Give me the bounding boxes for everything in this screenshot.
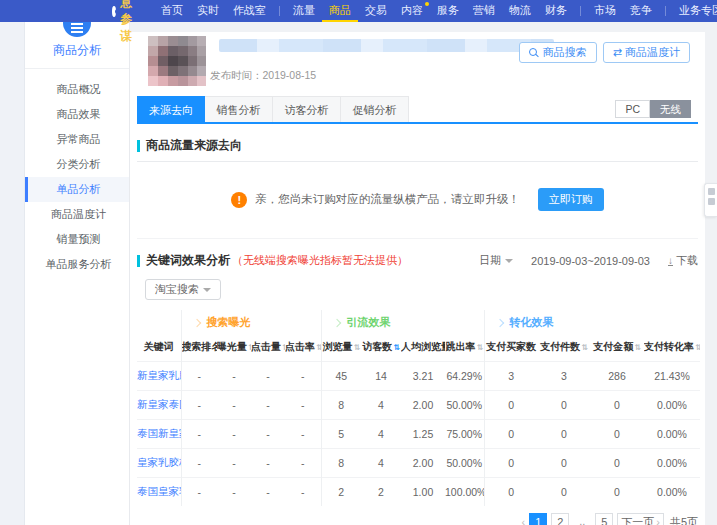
product-search-button[interactable]: 商品搜索 bbox=[519, 42, 597, 63]
col-header-3[interactable]: 点击量⇅ bbox=[251, 334, 285, 361]
col-header-4[interactable]: 点击率⇅ bbox=[285, 334, 321, 361]
top-nav: 生意参谋 首页实时作战室流量商品交易内容服务营销物流财务市场竞争业务专区取数学院… bbox=[0, 0, 717, 22]
chevron-down-icon bbox=[203, 288, 211, 296]
download-label: 下载 bbox=[676, 253, 698, 268]
date-dropdown[interactable]: 日期 bbox=[479, 253, 513, 268]
col-header-6[interactable]: 访客数⇅ bbox=[361, 334, 401, 361]
download-link[interactable]: ↓ 下载 bbox=[668, 253, 698, 268]
cell: - bbox=[181, 419, 217, 448]
col-header-0: 关键词 bbox=[137, 334, 181, 361]
col-header-10[interactable]: 支付件数⇅ bbox=[538, 334, 590, 361]
col-header-8[interactable]: 跳出率⇅ bbox=[445, 334, 484, 361]
product-thermometer-button[interactable]: ⇄ 商品温度计 bbox=[603, 42, 690, 63]
page-2[interactable]: 2 bbox=[551, 513, 569, 525]
cell: 75.00% bbox=[445, 419, 484, 448]
order-now-button[interactable]: 立即订购 bbox=[538, 188, 604, 211]
sidebar-item-4[interactable]: 单品分析 bbox=[25, 177, 129, 202]
nav-divider bbox=[665, 6, 666, 16]
sort-icon[interactable]: ⇅ bbox=[581, 343, 588, 352]
cell: - bbox=[217, 419, 251, 448]
sidebar-item-2[interactable]: 异常商品 bbox=[25, 127, 129, 152]
sidebar-item-5[interactable]: 商品温度计 bbox=[25, 202, 129, 227]
nav-item-6[interactable]: 交易 bbox=[358, 0, 394, 22]
col-header-5[interactable]: 浏览量⇅ bbox=[321, 334, 361, 361]
sidebar-item-3[interactable]: 分类分析 bbox=[25, 152, 129, 177]
keyword-link[interactable]: 泰国皇家乳胶 bbox=[137, 477, 181, 506]
cell: 4 bbox=[361, 448, 401, 477]
channel-filter-dropdown[interactable]: 淘宝搜索 bbox=[145, 279, 221, 300]
page-5[interactable]: 5 bbox=[595, 513, 613, 525]
nav-item-9[interactable]: 营销 bbox=[466, 0, 502, 22]
tabs: 来源去向销售分析访客分析促销分析 bbox=[137, 96, 409, 122]
sidebar-item-0[interactable]: 商品概况 bbox=[25, 77, 129, 102]
cell: 0.00% bbox=[644, 448, 700, 477]
page-1[interactable]: 1 bbox=[529, 513, 547, 525]
sort-icon[interactable]: ⇅ bbox=[634, 343, 641, 352]
logo[interactable]: 生意参谋 bbox=[112, 0, 140, 45]
col-header-1[interactable]: 搜索排名⇅ bbox=[181, 334, 217, 361]
logo-text[interactable]: 生意参谋 bbox=[120, 0, 140, 45]
keyword-link[interactable]: 泰国新皇家乳 bbox=[137, 419, 181, 448]
tab-1[interactable]: 销售分析 bbox=[205, 96, 273, 122]
chevron-right-icon bbox=[192, 318, 200, 326]
sort-icon[interactable]: ⇅ bbox=[695, 343, 700, 352]
col-header-12[interactable]: 支付转化率⇅ bbox=[644, 334, 700, 361]
nav-item-7[interactable]: 内容 bbox=[394, 0, 430, 22]
sort-icon[interactable]: ⇅ bbox=[353, 343, 360, 352]
cell: 0 bbox=[538, 390, 590, 419]
col-header-11[interactable]: 支付金额⇅ bbox=[590, 334, 644, 361]
nav-item-10[interactable]: 物流 bbox=[502, 0, 538, 22]
warning-icon: ! bbox=[231, 192, 247, 208]
nav-item-13[interactable]: 市场 bbox=[587, 0, 623, 22]
table-row-3: 皇家乳胶枕----842.0050.00%0000.00% bbox=[137, 448, 700, 477]
floating-widget[interactable] bbox=[704, 183, 717, 217]
col-header-2[interactable]: 曝光量⇅ bbox=[217, 334, 251, 361]
nav-item-5[interactable]: 商品 bbox=[322, 0, 358, 22]
nav-item-16[interactable]: 业务专区 bbox=[672, 0, 717, 22]
tab-0[interactable]: 来源去向 bbox=[137, 96, 205, 122]
toggle-pc[interactable]: PC bbox=[615, 100, 650, 118]
col-header-7[interactable]: 人均浏览量⇅ bbox=[401, 334, 445, 361]
nav-item-4[interactable]: 流量 bbox=[286, 0, 322, 22]
nav-item-1[interactable]: 实时 bbox=[190, 0, 226, 22]
product-header: 发布时间：2019-08-15 商品搜索 ⇄ 商品温度计 bbox=[137, 32, 698, 94]
nav-item-11[interactable]: 财务 bbox=[538, 0, 574, 22]
col-header-label: 点击量 bbox=[251, 341, 281, 352]
nav-item-2[interactable]: 作战室 bbox=[226, 0, 273, 22]
next-page-button[interactable]: 下一页› bbox=[617, 513, 664, 525]
sidebar-item-6[interactable]: 销量预测 bbox=[25, 227, 129, 252]
toggle-wireless[interactable]: 无线 bbox=[650, 100, 691, 118]
cell: 14 bbox=[361, 361, 401, 390]
nav-item-14[interactable]: 竞争 bbox=[623, 0, 659, 22]
keyword-link[interactable]: 皇家乳胶枕 bbox=[137, 448, 181, 477]
tab-2[interactable]: 访客分析 bbox=[273, 96, 341, 122]
cell: 3.21 bbox=[401, 361, 445, 390]
device-toggle: PC 无线 bbox=[615, 100, 691, 118]
cell: 4 bbox=[361, 390, 401, 419]
nav-item-0[interactable]: 首页 bbox=[154, 0, 190, 22]
keyword-section-title: 关键词效果分析 bbox=[146, 252, 230, 269]
cell: 0.00% bbox=[644, 390, 700, 419]
sidebar-item-7[interactable]: 单品服务分析 bbox=[25, 252, 129, 277]
page-ellipsis: .. bbox=[573, 513, 591, 525]
prev-page-button[interactable]: ‹ bbox=[522, 516, 526, 525]
download-icon: ↓ bbox=[668, 256, 673, 266]
tab-3[interactable]: 促销分析 bbox=[341, 96, 409, 122]
cell: - bbox=[217, 390, 251, 419]
next-page-label: 下一页 bbox=[621, 514, 654, 525]
page-total: 共5页 bbox=[670, 515, 698, 525]
sidebar-items: 商品概况商品效果异常商品分类分析单品分析商品温度计销量预测单品服务分析 bbox=[25, 69, 129, 277]
nav-item-8[interactable]: 服务 bbox=[430, 0, 466, 22]
sort-icon[interactable]: ⇅ bbox=[476, 343, 483, 352]
chevron-down-icon bbox=[505, 259, 513, 267]
sort-icon[interactable]: ⇅ bbox=[393, 343, 400, 352]
cell: - bbox=[181, 448, 217, 477]
sidebar-item-1[interactable]: 商品效果 bbox=[25, 102, 129, 127]
sort-icon[interactable]: ⇅ bbox=[316, 343, 321, 352]
keyword-link[interactable]: 新皇家乳胶枕 bbox=[137, 361, 181, 390]
cell: - bbox=[251, 361, 285, 390]
keyword-link[interactable]: 新皇家泰国乳 bbox=[137, 390, 181, 419]
cell: - bbox=[285, 390, 321, 419]
date-range[interactable]: 2019-09-03~2019-09-03 bbox=[531, 255, 650, 267]
col-header-label: 浏览量 bbox=[322, 341, 352, 352]
